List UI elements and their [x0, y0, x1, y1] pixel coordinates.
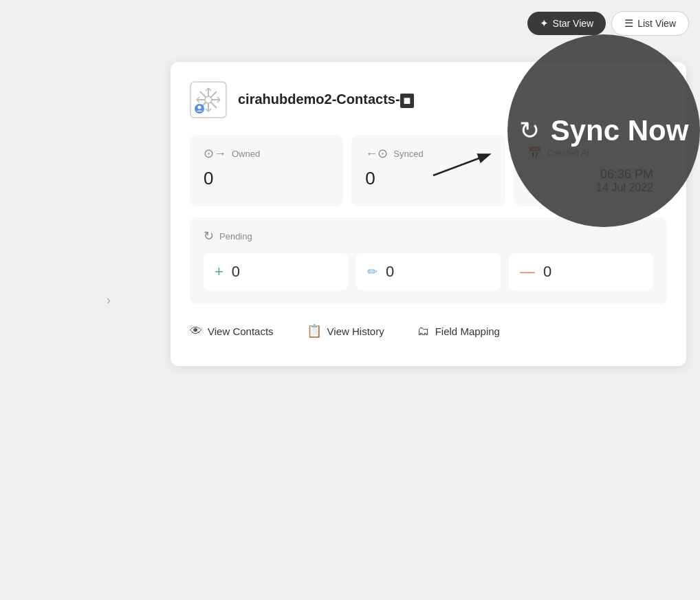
- edit-icon: ✏: [367, 264, 378, 279]
- sync-now-text: Sync Now: [551, 114, 689, 147]
- contact-icon: [190, 81, 227, 118]
- star-view-label: Star View: [553, 18, 594, 29]
- pending-edit-item: ✏ 0: [356, 253, 501, 290]
- owned-icon: ⊙→: [204, 146, 226, 161]
- pending-items: + 0 ✏ 0 — 0: [204, 253, 653, 290]
- synced-label: Synced: [393, 149, 423, 159]
- svg-point-13: [205, 96, 212, 103]
- top-nav: ✦ Star View ☰ List View: [527, 11, 689, 36]
- history-icon: 📋: [307, 323, 322, 339]
- eye-icon: 👁: [190, 324, 202, 339]
- synced-icon: ←⊙: [365, 146, 388, 161]
- pending-section: ↻ Pending + 0 ✏ 0 — 0: [190, 217, 667, 304]
- owned-stat-card: ⊙→ Owned 0: [190, 135, 343, 206]
- sync-now-icon: ↻: [519, 116, 540, 145]
- view-contacts-label: View Contacts: [208, 325, 274, 337]
- add-icon: +: [215, 263, 223, 281]
- view-history-button[interactable]: 📋 View History: [307, 321, 384, 341]
- field-mapping-button[interactable]: 🗂 Field Mapping: [417, 321, 500, 341]
- mapping-icon: 🗂: [417, 324, 430, 339]
- pending-label: Pending: [219, 231, 252, 242]
- star-view-button[interactable]: ✦ Star View: [527, 12, 606, 35]
- title-highlight: ■: [400, 94, 415, 108]
- svg-point-15: [198, 106, 201, 109]
- list-icon: ☰: [624, 17, 633, 30]
- owned-value: 0: [204, 168, 329, 189]
- pending-remove-count: 0: [543, 263, 551, 281]
- owned-label: Owned: [232, 149, 260, 159]
- pending-remove-item: — 0: [509, 253, 653, 290]
- view-history-label: View History: [327, 325, 384, 337]
- pending-add-item: + 0: [204, 253, 348, 290]
- pending-edit-count: 0: [386, 263, 394, 281]
- pending-icon: ↻: [204, 228, 214, 244]
- list-view-button[interactable]: ☰ List View: [611, 11, 689, 36]
- actions-row: 👁 View Contacts 📋 View History 🗂 Field M…: [190, 321, 667, 341]
- pending-add-count: 0: [232, 263, 240, 281]
- svg-line-16: [433, 155, 488, 175]
- list-view-label: List View: [637, 18, 676, 29]
- pending-header: ↻ Pending: [204, 228, 653, 244]
- view-contacts-button[interactable]: 👁 View Contacts: [190, 321, 274, 341]
- star-icon: ✦: [540, 17, 549, 30]
- field-mapping-label: Field Mapping: [435, 325, 500, 337]
- sync-now-overlay[interactable]: ↻ Sync Now: [507, 34, 700, 227]
- left-chevron-button[interactable]: ›: [107, 293, 111, 308]
- remove-icon: —: [520, 263, 535, 281]
